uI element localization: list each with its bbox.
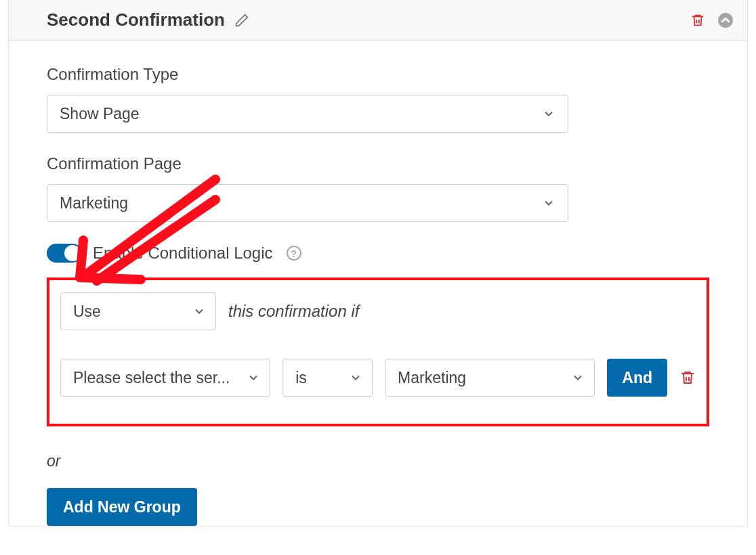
- svg-point-0: [718, 13, 733, 28]
- header-actions: [690, 12, 734, 28]
- use-row: Use this confirmation if: [60, 292, 696, 330]
- confirmation-page-label: Confirmation Page: [47, 154, 709, 173]
- help-icon[interactable]: ?: [287, 246, 301, 261]
- condition-value-select[interactable]: Marketing: [385, 359, 595, 397]
- condition-field-value: Please select the ser...: [73, 369, 230, 387]
- chevron-down-icon: [192, 305, 206, 318]
- conditional-logic-toggle[interactable]: [47, 244, 82, 263]
- collapse-icon[interactable]: [717, 12, 734, 28]
- condition-operator-select[interactable]: is: [282, 359, 373, 397]
- panel-body: Confirmation Type Show Page Confirmation…: [9, 41, 747, 445]
- chevron-down-icon: [349, 371, 362, 384]
- use-select-value: Use: [73, 303, 101, 321]
- condition-operator-value: is: [295, 369, 307, 387]
- conditional-logic-toggle-row: Enable Conditional Logic ?: [47, 244, 709, 263]
- confirmation-type-value: Show Page: [60, 105, 140, 123]
- trash-icon[interactable]: [679, 370, 696, 386]
- chevron-down-icon: [542, 107, 555, 120]
- confirmation-page-value: Marketing: [60, 194, 128, 213]
- conditional-logic-label: Enable Conditional Logic: [93, 244, 273, 263]
- confirmation-page-select[interactable]: Marketing: [47, 184, 568, 222]
- chevron-down-icon: [542, 196, 555, 210]
- use-select[interactable]: Use: [60, 292, 216, 330]
- confirmation-type-select[interactable]: Show Page: [47, 95, 568, 133]
- confirmation-type-label: Confirmation Type: [47, 65, 709, 84]
- pencil-icon[interactable]: [234, 13, 249, 28]
- confirmation-page-group: Confirmation Page Marketing: [47, 154, 709, 222]
- confirmation-type-group: Confirmation Type Show Page: [47, 65, 709, 133]
- condition-field-select[interactable]: Please select the ser...: [60, 359, 270, 397]
- panel-header: Second Confirmation: [9, 0, 747, 41]
- chevron-down-icon: [247, 371, 260, 384]
- conditional-rules-box: Use this confirmation if Please select t…: [47, 278, 709, 426]
- or-separator: or: [47, 452, 747, 470]
- condition-row: Please select the ser... is Marketing: [60, 359, 696, 397]
- toggle-knob: [64, 245, 81, 261]
- condition-value-value: Marketing: [398, 369, 466, 387]
- trash-icon[interactable]: [690, 13, 705, 28]
- confirmation-panel: Second Confirmation Confirmation Type Sh…: [8, 0, 748, 527]
- chevron-down-icon: [571, 371, 585, 384]
- panel-title: Second Confirmation: [47, 9, 225, 30]
- add-new-group-button[interactable]: Add New Group: [47, 488, 197, 526]
- and-button[interactable]: And: [607, 359, 667, 397]
- suffix-text: this confirmation if: [228, 302, 359, 321]
